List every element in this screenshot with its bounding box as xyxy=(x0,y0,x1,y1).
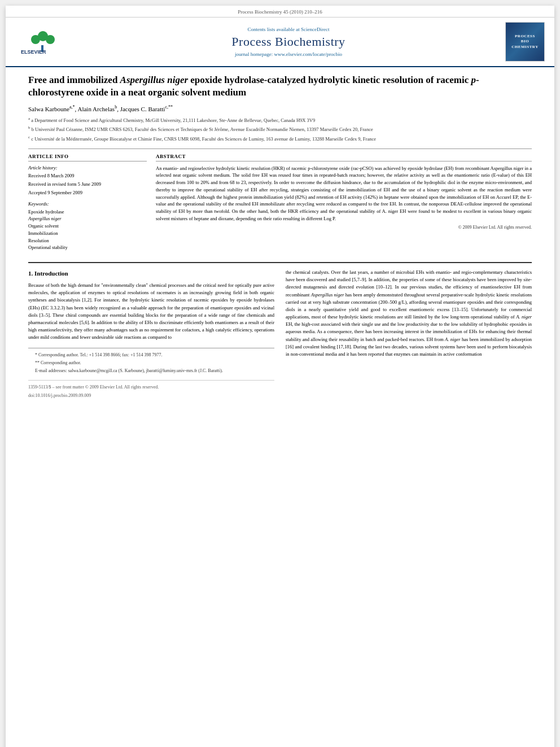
accepted-date: Accepted 9 September 2009 xyxy=(28,189,147,196)
intro-para-right: the chemical catalysts. Over the last ye… xyxy=(286,269,532,358)
footnote-star: * Corresponding author. Tel.: +1 514 398… xyxy=(28,352,274,359)
citation-text: Process Biochemistry 45 (2010) 210–216 xyxy=(238,9,322,15)
homepage-text: journal homepage: xyxy=(235,51,274,57)
affiliation-c: c c Université de la Méditerranée, Group… xyxy=(28,134,532,143)
svg-point-4 xyxy=(46,35,55,44)
affiliation-b: b b Université Paul Cézanne, ISM2 UMR CN… xyxy=(28,125,532,133)
article-info: ARTICLE INFO Article history: Received 8… xyxy=(28,154,147,253)
journal-citation: Process Biochemistry 45 (2010) 210–216 xyxy=(6,6,554,18)
header-right: PROCESSBIOCHEMISTRY xyxy=(502,22,548,62)
issn-text: 1359-5113/$ – see front matter © 2009 El… xyxy=(28,384,159,391)
received-date: Received 8 March 2009 xyxy=(28,172,147,179)
article-title: Free and immobilized Aspergillus niger e… xyxy=(28,74,532,99)
elsevier-logo: ELSEVIER xyxy=(18,29,69,55)
journal-logo-text: PROCESSBIOCHEMISTRY xyxy=(511,34,538,49)
intro-para-left: Because of both the high demand for "env… xyxy=(28,282,274,341)
affiliations: a a Department of Food Science and Agric… xyxy=(28,116,532,143)
divider xyxy=(28,148,532,149)
journal-header: ELSEVIER Contents lists available at Sci… xyxy=(6,18,554,67)
doi-text: doi:10.1016/j.procbio.2009.09.009 xyxy=(28,393,91,398)
header-logo-area: ELSEVIER xyxy=(12,22,75,62)
homepage-url[interactable]: www.elsevier.com/locate/procbio xyxy=(274,51,342,57)
copyright: © 2009 Elsevier Ltd. All rights reserved… xyxy=(156,225,532,230)
info-abstract-row: ARTICLE INFO Article history: Received 8… xyxy=(28,154,532,253)
authors: Salwa Karbounea,*, Alain Archelasb, Jacq… xyxy=(28,104,532,112)
body-col-left: 1. Introduction Because of both the high… xyxy=(28,269,274,399)
keywords-label: Keywords: xyxy=(28,201,147,207)
footnote-email: E-mail addresses: salwa.karboune@mcgill.… xyxy=(28,368,274,374)
revised-date: Received in revised form 5 June 2009 xyxy=(28,181,147,187)
abstract-text: An enantio- and regioselective hydrolyti… xyxy=(156,165,532,222)
sciencedirect-link[interactable]: Contents lists available at ScienceDirec… xyxy=(248,27,330,32)
body-two-col: 1. Introduction Because of both the high… xyxy=(28,269,532,399)
journal-title: Process Biochemistry xyxy=(231,34,345,49)
journal-homepage: journal homepage: www.elsevier.com/locat… xyxy=(235,51,342,57)
keywords-section: Keywords: Epoxide hydrolaseAspergillus n… xyxy=(28,201,147,252)
keywords-list: Epoxide hydrolaseAspergillus nigerOrgani… xyxy=(28,208,147,252)
article-content: Free and immobilized Aspergillus niger e… xyxy=(6,67,554,410)
article-info-heading: ARTICLE INFO xyxy=(28,154,147,161)
journal-logo-box: PROCESSBIOCHEMISTRY xyxy=(505,22,545,62)
abstract-heading: ABSTRACT xyxy=(156,154,532,161)
body-content: 1. Introduction Because of both the high… xyxy=(28,262,532,399)
page-footer: 1359-5113/$ – see front matter © 2009 El… xyxy=(28,380,274,391)
svg-text:ELSEVIER: ELSEVIER xyxy=(21,49,46,55)
footnotes: * Corresponding author. Tel.: +1 514 398… xyxy=(28,348,274,374)
history-label: Article history: xyxy=(28,165,147,171)
footnote-double-star: ** Corresponding author. xyxy=(28,360,274,366)
intro-heading: 1. Introduction xyxy=(28,269,274,278)
doi-line: doi:10.1016/j.procbio.2009.09.009 xyxy=(28,392,274,399)
header-center: Contents lists available at ScienceDirec… xyxy=(79,22,498,62)
affiliation-a: a a Department of Food Science and Agric… xyxy=(28,116,532,124)
abstract-section: ABSTRACT An enantio- and regioselective … xyxy=(156,154,532,253)
body-col-right: the chemical catalysts. Over the last ye… xyxy=(286,269,532,399)
